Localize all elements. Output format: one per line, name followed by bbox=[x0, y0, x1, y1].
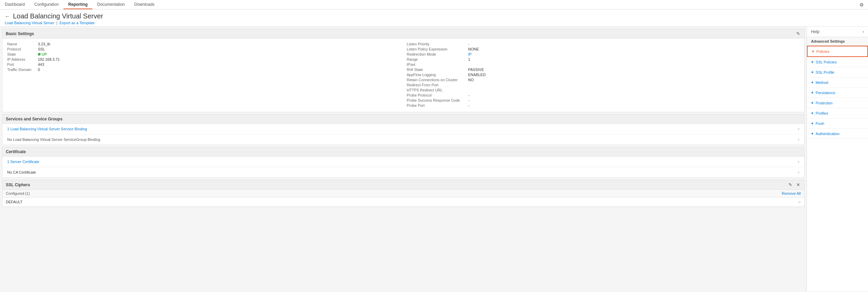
certificate-panel: Certificate 1 Server Certificate›No CA C… bbox=[2, 147, 805, 178]
sidebar-item-ssl-policies[interactable]: +SSL Policies bbox=[807, 57, 868, 67]
basic-settings-header: Basic Settings ✎ bbox=[2, 29, 804, 39]
cipher-row: DEFAULT− bbox=[2, 198, 804, 207]
main-layout: Basic Settings ✎ Name3.23_lbProtocolSSLS… bbox=[0, 27, 868, 291]
chevron-right-icon: › bbox=[798, 159, 799, 164]
sidebar-item-push[interactable]: +Push bbox=[807, 118, 868, 129]
ssl-ciphers-body: Configured (1) Remove All DEFAULT− bbox=[2, 190, 804, 207]
sidebar-item-ssl-profile[interactable]: +SSL Profile bbox=[807, 67, 868, 77]
sidebar-item-method[interactable]: +Method bbox=[807, 77, 868, 88]
export-template-link[interactable]: Export as a Template bbox=[59, 21, 95, 25]
chevron-right-icon: › bbox=[798, 170, 799, 175]
back-arrow-icon[interactable]: ← bbox=[5, 13, 10, 19]
basic-settings-panel: Basic Settings ✎ Name3.23_lbProtocolSSLS… bbox=[2, 29, 805, 112]
status-dot-icon bbox=[38, 53, 41, 56]
settings-row: Traffic Domain0 bbox=[7, 68, 400, 72]
settings-row: ProtocolSSL bbox=[7, 47, 400, 51]
chevron-right-icon: › bbox=[798, 127, 799, 131]
services-panel: Services and Service Groups 1 Load Balan… bbox=[2, 114, 805, 145]
gear-icon[interactable]: ⚙ bbox=[855, 2, 868, 8]
tab-documentation[interactable]: Documentation bbox=[92, 0, 130, 9]
remove-all-button[interactable]: Remove All bbox=[782, 191, 801, 195]
settings-row: Probe Success Response Code- bbox=[407, 98, 799, 102]
content-area: Basic Settings ✎ Name3.23_lbProtocolSSLS… bbox=[0, 27, 807, 291]
basic-settings-icons: ✎ bbox=[796, 31, 801, 36]
sidebar-item-protection[interactable]: +Protection bbox=[807, 98, 868, 108]
tab-dashboard[interactable]: Dashboard bbox=[0, 0, 30, 9]
sidebar-item-profiles[interactable]: +Profiles bbox=[807, 108, 868, 118]
right-sidebar: Help › Advanced Settings +Policies+SSL P… bbox=[807, 27, 868, 291]
settings-row: HTTPS Redirect URL bbox=[407, 88, 799, 92]
settings-row: Port443 bbox=[7, 62, 400, 67]
service-row[interactable]: 1 Load Balancing Virtual Server Service … bbox=[2, 124, 804, 134]
settings-row: IPset bbox=[407, 62, 799, 67]
settings-row: Listen Policy ExpressionNONE bbox=[407, 47, 799, 51]
remove-cipher-icon[interactable]: − bbox=[798, 199, 801, 205]
settings-row: Probe Protocol- bbox=[407, 93, 799, 97]
settings-left-col: Name3.23_lbProtocolSSLStateUPIP Address1… bbox=[7, 42, 400, 108]
settings-row: Listen Priority- bbox=[407, 42, 799, 46]
settings-right-col: Listen Priority-Listen Policy Expression… bbox=[407, 42, 799, 108]
settings-row: IP Address192.168.3.71 bbox=[7, 57, 400, 61]
plus-icon: + bbox=[811, 90, 814, 95]
settings-row: Redirection ModeIP bbox=[407, 52, 799, 56]
chevron-right-icon: › bbox=[798, 137, 799, 142]
settings-row: Retain Connections on ClusterNO bbox=[407, 78, 799, 82]
cert-row[interactable]: 1 Server Certificate› bbox=[2, 157, 804, 167]
tab-downloads[interactable]: Downloads bbox=[130, 0, 159, 9]
plus-icon: + bbox=[812, 49, 814, 54]
plus-icon: + bbox=[811, 59, 814, 64]
plus-icon: + bbox=[811, 100, 814, 105]
tab-reporting[interactable]: Reporting bbox=[63, 0, 92, 9]
plus-icon: + bbox=[811, 70, 814, 75]
page-title: ← Load Balancing Virtual Server bbox=[5, 12, 863, 20]
edit-basic-settings-button[interactable]: ✎ bbox=[796, 31, 801, 36]
cert-row[interactable]: No CA Certificate› bbox=[2, 167, 804, 177]
plus-icon: + bbox=[811, 111, 814, 116]
services-body: 1 Load Balancing Virtual Server Service … bbox=[2, 124, 804, 145]
ssl-ciphers-panel: SSL Ciphers ✎ ✕ Configured (1) Remove Al… bbox=[2, 180, 805, 207]
service-row[interactable]: No Load Balancing Virtual Server Service… bbox=[2, 134, 804, 145]
advanced-settings-title: Advanced Settings bbox=[807, 37, 868, 46]
settings-row: RHI StatePASSIVE bbox=[407, 68, 799, 72]
settings-row: StateUP bbox=[7, 52, 400, 56]
plus-icon: + bbox=[811, 131, 814, 136]
sidebar-item-policies[interactable]: +Policies bbox=[807, 46, 868, 57]
breadcrumb-link[interactable]: Load Balancing Virtual Server bbox=[5, 21, 54, 25]
sidebar-item-authentication[interactable]: +Authentication bbox=[807, 129, 868, 139]
services-header: Services and Service Groups bbox=[2, 115, 804, 124]
ciphers-table-header: Configured (1) Remove All bbox=[2, 190, 804, 198]
plus-icon: + bbox=[811, 121, 814, 126]
certificate-body: 1 Server Certificate›No CA Certificate› bbox=[2, 157, 804, 177]
certificate-header: Certificate bbox=[2, 147, 804, 157]
ssl-ciphers-header: SSL Ciphers ✎ ✕ bbox=[2, 180, 804, 190]
close-ssl-ciphers-button[interactable]: ✕ bbox=[796, 182, 801, 187]
sidebar-item-persistence[interactable]: +Persistence bbox=[807, 88, 868, 98]
chevron-right-icon: › bbox=[863, 29, 864, 34]
top-navigation: Dashboard Configuration Reporting Docume… bbox=[0, 0, 868, 10]
settings-row: Redirect From Port bbox=[407, 83, 799, 87]
settings-row: AppFlow LoggingENABLED bbox=[407, 73, 799, 77]
settings-row: Name3.23_lb bbox=[7, 42, 400, 46]
basic-settings-body: Name3.23_lbProtocolSSLStateUPIP Address1… bbox=[2, 39, 804, 112]
plus-icon: + bbox=[811, 80, 814, 85]
settings-row: Probe Port- bbox=[407, 103, 799, 107]
breadcrumb: Load Balancing Virtual Server | Export a… bbox=[5, 21, 863, 25]
help-row[interactable]: Help › bbox=[807, 27, 868, 37]
page-header: ← Load Balancing Virtual Server Load Bal… bbox=[0, 10, 868, 27]
settings-row: Range1 bbox=[407, 57, 799, 61]
edit-ssl-ciphers-button[interactable]: ✎ bbox=[788, 182, 793, 187]
tab-configuration[interactable]: Configuration bbox=[30, 0, 63, 9]
